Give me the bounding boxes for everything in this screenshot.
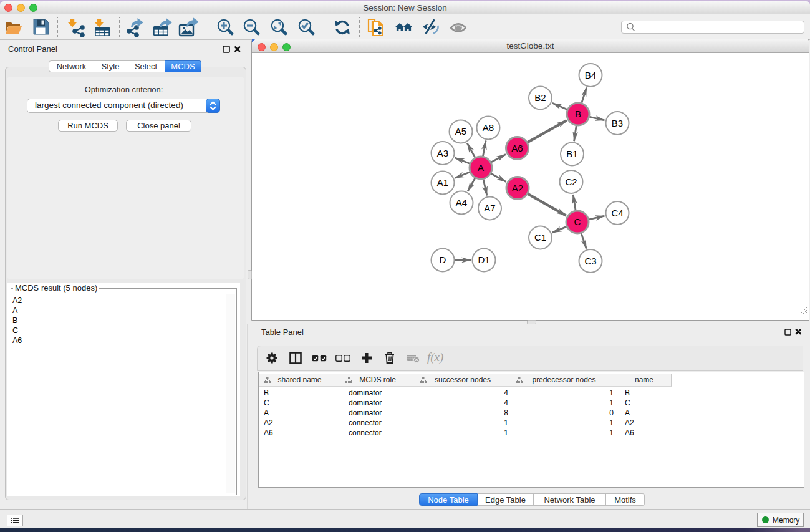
svg-text:D: D <box>440 254 446 265</box>
svg-text:D1: D1 <box>478 254 489 265</box>
svg-text:A7: A7 <box>484 203 495 213</box>
svg-text:A5: A5 <box>455 126 466 137</box>
svg-text:B: B <box>575 109 581 119</box>
svg-text:A2: A2 <box>512 183 523 193</box>
svg-text:A3: A3 <box>437 148 448 158</box>
svg-text:B4: B4 <box>585 70 596 80</box>
svg-text:A4: A4 <box>456 197 467 208</box>
svg-text:A6: A6 <box>511 143 523 153</box>
svg-text:C1: C1 <box>534 232 546 243</box>
svg-text:A1: A1 <box>437 177 448 188</box>
svg-text:A: A <box>478 162 484 173</box>
svg-text:C3: C3 <box>584 256 596 266</box>
svg-text:B2: B2 <box>534 92 546 103</box>
svg-text:B1: B1 <box>566 148 577 159</box>
svg-text:C: C <box>574 216 581 227</box>
svg-text:B3: B3 <box>612 118 623 128</box>
svg-text:f(x): f(x) <box>427 352 443 364</box>
svg-text:C2: C2 <box>565 177 577 187</box>
svg-text:A8: A8 <box>483 122 494 133</box>
svg-text:C4: C4 <box>611 208 623 218</box>
